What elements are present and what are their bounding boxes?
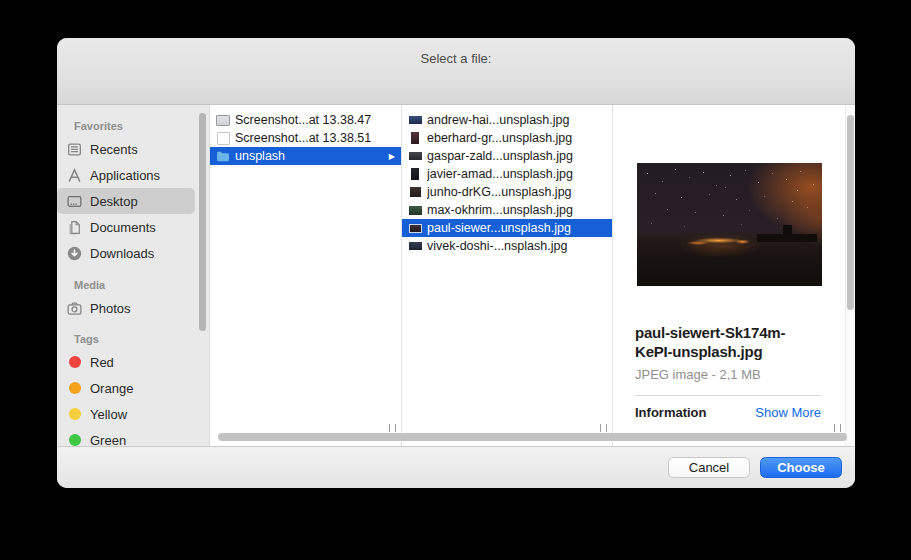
preview-filename: paul-siewert-Sk174m-KePI-unsplash.jpg: [635, 324, 821, 362]
orange-tag-icon: [69, 382, 81, 394]
stars-decoration: [637, 163, 638, 164]
preview-image: [637, 163, 822, 286]
file-row-selected[interactable]: paul-siewer...unsplash.jpg: [402, 219, 612, 237]
file-select-dialog: Select a file:: [57, 38, 855, 488]
screen: Select a file:: [0, 0, 911, 560]
dialog-main: Favorites Recents Applications: [57, 105, 855, 446]
sidebar-item-downloads[interactable]: Downloads: [57, 240, 195, 266]
sidebar-item-label: Green: [90, 433, 126, 447]
sidebar-item-tag-yellow[interactable]: Yellow: [57, 401, 195, 427]
red-tag-icon: [69, 356, 81, 368]
preview-scrollbar[interactable]: [847, 115, 854, 310]
file-row[interactable]: junho-drKG...unsplash.jpg: [402, 183, 612, 201]
cancel-button[interactable]: Cancel: [668, 457, 750, 478]
image-thumbnail-icon: [408, 206, 422, 215]
column-resize-handle[interactable]: [389, 424, 396, 432]
image-thumbnail-icon: [408, 116, 422, 124]
sidebar-item-recents[interactable]: Recents: [57, 136, 195, 162]
file-row[interactable]: Screenshot...at 13.38.47: [210, 111, 401, 129]
sidebar-item-label: Red: [90, 355, 114, 370]
preview-scrollbar-track: [845, 105, 855, 446]
dialog-header: Select a file:: [57, 38, 855, 105]
column-resize-handle[interactable]: [834, 424, 841, 432]
file-row[interactable]: vivek-doshi-...nsplash.jpg: [402, 237, 612, 255]
preview-details: paul-siewert-Sk174m-KePI-unsplash.jpg JP…: [613, 324, 845, 420]
browser-column-2: andrew-hai...unsplash.jpg eberhard-gr...…: [402, 105, 613, 446]
divider: [635, 395, 821, 396]
column-browser: Screenshot...at 13.38.47 Screenshot...at…: [210, 105, 855, 446]
dialog-title: Select a file:: [57, 51, 855, 66]
file-icon: [216, 132, 230, 145]
image-thumbnail-icon: [408, 187, 422, 197]
sidebar-item-desktop[interactable]: Desktop: [57, 188, 195, 214]
documents-icon: [66, 219, 83, 236]
browser-column-1: Screenshot...at 13.38.47 Screenshot...at…: [210, 105, 402, 446]
image-thumbnail-icon: [408, 152, 422, 160]
sidebar-item-label: Applications: [90, 168, 160, 183]
sidebar-item-tag-orange[interactable]: Orange: [57, 375, 195, 401]
file-row[interactable]: andrew-hai...unsplash.jpg: [402, 111, 612, 129]
file-row[interactable]: max-okhrim...unsplash.jpg: [402, 201, 612, 219]
camera-icon: [66, 300, 83, 317]
information-label: Information: [635, 405, 707, 420]
yellow-tag-icon: [69, 408, 81, 420]
choose-button[interactable]: Choose: [760, 457, 842, 478]
desktop-icon: [66, 193, 83, 210]
preview-kind-size: JPEG image - 2,1 MB: [635, 367, 821, 382]
sidebar: Favorites Recents Applications: [57, 105, 210, 446]
sidebar-item-documents[interactable]: Documents: [57, 214, 195, 240]
sidebar-item-label: Desktop: [90, 194, 138, 209]
sidebar-item-applications[interactable]: Applications: [57, 162, 195, 188]
sidebar-item-label: Downloads: [90, 246, 154, 261]
sidebar-item-label: Documents: [90, 220, 156, 235]
disclosure-arrow-icon: ▶: [389, 152, 395, 161]
downloads-icon: [66, 245, 83, 262]
sidebar-section-favorites: Favorites: [74, 120, 209, 132]
folder-row-unsplash[interactable]: unsplash ▶: [210, 147, 401, 165]
sidebar-section-tags: Tags: [74, 333, 209, 345]
sidebar-scrollbar[interactable]: [199, 113, 206, 331]
silhouette-decoration: [783, 225, 792, 238]
image-thumbnail-icon: [408, 132, 422, 144]
file-row[interactable]: gaspar-zald...unsplash.jpg: [402, 147, 612, 165]
file-row[interactable]: Screenshot...at 13.38.51: [210, 129, 401, 147]
sidebar-item-label: Yellow: [90, 407, 127, 422]
column-resize-handle[interactable]: [600, 424, 607, 432]
show-more-link[interactable]: Show More: [755, 405, 821, 420]
image-file-icon: [216, 115, 230, 126]
sidebar-section-media: Media: [74, 279, 209, 291]
sidebar-item-tag-red[interactable]: Red: [57, 349, 195, 375]
applications-icon: [66, 167, 83, 184]
sidebar-item-label: Recents: [90, 142, 138, 157]
sidebar-item-label: Orange: [90, 381, 133, 396]
green-tag-icon: [69, 434, 81, 446]
file-row[interactable]: javier-amad...unsplash.jpg: [402, 165, 612, 183]
image-thumbnail-icon: [408, 242, 422, 250]
sidebar-item-label: Photos: [90, 301, 130, 316]
horizontal-scrollbar[interactable]: [218, 433, 847, 441]
image-thumbnail-icon: [408, 224, 422, 233]
image-thumbnail-icon: [408, 168, 422, 180]
recents-icon: [66, 141, 83, 158]
folder-icon: [216, 151, 230, 162]
sidebar-item-tag-green[interactable]: Green: [57, 427, 195, 446]
file-row[interactable]: eberhard-gr...unsplash.jpg: [402, 129, 612, 147]
dialog-footer: Cancel Choose: [57, 446, 855, 488]
sidebar-item-photos[interactable]: Photos: [57, 295, 195, 321]
preview-pane: paul-siewert-Sk174m-KePI-unsplash.jpg JP…: [613, 105, 845, 446]
